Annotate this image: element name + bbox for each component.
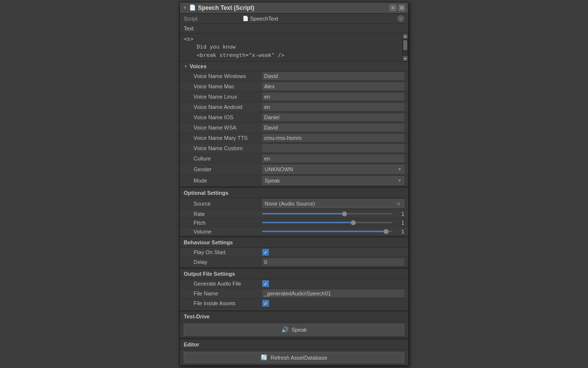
output-file-settings-header: Output File Settings [180,267,408,279]
rate-row: Rate 1 [180,210,408,218]
volume-slider-thumb[interactable] [384,229,389,234]
pitch-slider-container: 1 [262,220,404,226]
source-value: None (Audio Source) [265,201,315,207]
script-circle-btn[interactable]: ○ [397,15,404,22]
script-label: Script [184,16,243,22]
text-area-container: <s> Did you know <break strength="x-weak… [180,33,408,62]
mode-value: Speak [265,178,280,184]
header-left: ▼ 📄 Speech Text (Script) [183,4,254,11]
volume-slider-container: 1 [262,229,404,235]
voice-name-wsa-input[interactable] [262,124,404,131]
pitch-value: 1 [394,220,404,226]
voice-name-ios-input[interactable] [262,113,404,121]
rate-slider-fill [262,213,344,214]
voice-name-linux-input[interactable] [262,93,404,101]
file-name-input[interactable] [262,289,404,297]
file-name-row: File Name [180,289,408,299]
optional-settings-title: Optional Settings [184,190,228,196]
text-label: Text [180,24,408,33]
collapse-arrow[interactable]: ▼ [183,5,187,10]
script-value: SpeechText [250,16,395,22]
voice-name-android-label: Voice Name Android [194,104,262,110]
voice-name-wsa-row: Voice Name WSA [180,123,408,133]
generate-audio-row: Generate Audio File ✓ [180,279,408,289]
pitch-slider-thumb[interactable] [351,220,356,225]
voice-name-android-input[interactable] [262,103,404,111]
source-select[interactable]: None (Audio Source) ○ [262,199,404,208]
speak-button-row: 🔊 Speak [180,322,408,338]
voice-name-windows-label: Voice Name Windows [194,73,262,79]
panel-title: Speech Text (Script) [198,4,254,11]
behaviour-settings-header: Behaviour Settings [180,236,408,248]
header-icons: ≡ ⚙ [390,4,405,11]
scrollbar: ▲ ▼ [402,33,408,62]
voice-name-ios-row: Voice Name IOS [180,112,408,123]
test-drive-header: Test-Drive [180,310,408,322]
file-inside-assets-label: File Inside Assets [194,300,262,306]
file-inside-assets-row: File Inside Assets ✓ [180,299,408,308]
speaker-icon: 🔊 [281,326,289,333]
mode-select[interactable]: Speak ▼ [262,176,404,185]
rate-value: 1 [394,211,404,217]
file-inside-assets-checkbox-container: ✓ [262,300,404,307]
pitch-label: Pitch [194,220,262,226]
voice-name-custom-row: Voice Name Custom [180,143,408,154]
gender-label: Gender [194,166,262,172]
panel-header: ▼ 📄 Speech Text (Script) ≡ ⚙ [180,2,408,14]
voice-name-custom-input[interactable] [262,144,404,152]
delay-input[interactable] [262,258,404,266]
refresh-icon: 🔄 [261,354,268,361]
voice-name-ios-label: Voice Name IOS [194,114,262,120]
play-on-start-label: Play On Start [194,249,262,255]
file-inside-assets-checkbox[interactable]: ✓ [262,300,269,307]
rate-slider-track[interactable] [262,213,392,214]
script-row: Script 📄 SpeechText ○ [180,14,408,24]
voice-name-windows-input[interactable] [262,72,404,80]
voice-name-windows-row: Voice Name Windows [180,71,408,81]
voices-title: Voices [190,63,207,69]
source-circle-btn[interactable]: ○ [395,200,402,207]
volume-row: Volume 1 [180,227,408,236]
voice-name-linux-label: Voice Name Linux [194,94,262,100]
delay-row: Delay [180,257,408,267]
culture-row: Culture [180,154,408,164]
scroll-thumb [403,40,407,50]
scroll-track[interactable] [403,39,407,56]
file-inside-assets-checkmark: ✓ [264,301,268,306]
scroll-up-btn[interactable]: ▲ [403,34,408,39]
text-area[interactable]: <s> Did you know <break strength="x-weak… [180,33,402,62]
optional-settings-header: Optional Settings [180,186,408,198]
mode-dropdown-arrow: ▼ [397,178,402,183]
generate-audio-checkbox[interactable]: ✓ [262,280,269,287]
settings-icon[interactable]: ⚙ [398,4,405,11]
delay-label: Delay [194,259,262,265]
culture-label: Culture [194,156,262,161]
play-on-start-checkbox[interactable]: ✓ [262,249,269,256]
scroll-down-btn[interactable]: ▼ [403,56,408,61]
culture-input[interactable] [262,155,404,162]
generate-audio-label: Generate Audio File [194,281,262,287]
speak-button[interactable]: 🔊 Speak [184,324,404,336]
play-on-start-checkbox-container: ✓ [262,249,404,256]
pitch-slider-track[interactable] [262,222,392,223]
file-name-label: File Name [194,290,262,296]
rate-slider-thumb[interactable] [342,211,347,216]
voice-name-mac-input[interactable] [262,82,404,90]
voice-name-wsa-label: Voice Name WSA [194,125,262,131]
rate-label: Rate [194,211,262,217]
voice-name-mary-row: Voice Name Mary TTS [180,133,408,143]
voice-name-mary-input[interactable] [262,134,404,142]
output-file-settings-title: Output File Settings [184,271,235,277]
volume-slider-fill [262,231,386,232]
source-label: Source [194,201,262,207]
menu-icon[interactable]: ≡ [390,4,396,11]
voice-name-mac-label: Voice Name Mac [194,83,262,89]
volume-slider-track[interactable] [262,231,392,232]
editor-title: Editor [184,342,199,347]
voices-arrow: ▼ [184,64,188,69]
speak-button-label: Speak [292,327,307,333]
gender-select[interactable]: UNKNOWN ▼ [262,165,404,174]
voice-name-linux-row: Voice Name Linux [180,92,408,102]
voices-section-header[interactable]: ▼ Voices [180,62,408,71]
refresh-button[interactable]: 🔄 Refresh AssetDatabase [184,352,404,363]
